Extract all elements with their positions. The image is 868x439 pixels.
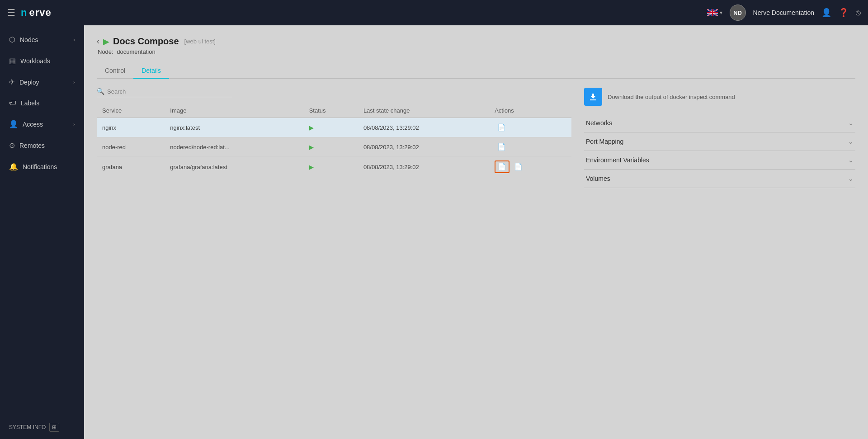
accordion-port-mapping: Port Mapping ⌄ — [584, 132, 855, 151]
cell-status: ▶ — [304, 137, 358, 157]
accordion-label-port-mapping: Port Mapping — [586, 138, 623, 145]
system-info-label: SYSTEM INFO — [9, 424, 46, 430]
actions-cell: 📄 — [495, 141, 566, 153]
notifications-icon: 🔔 — [9, 162, 18, 171]
sidebar-label-notifications: Notifications — [23, 163, 57, 170]
accordion-header-networks[interactable]: Networks ⌄ — [584, 114, 855, 132]
page-title: Docs Compose — [113, 36, 179, 47]
cell-image: nodered/node-red:lat... — [165, 137, 303, 157]
language-selector[interactable]: ▾ — [707, 9, 722, 16]
cell-image: grafana/grafana:latest — [165, 157, 303, 177]
labels-icon: 🏷 — [9, 99, 16, 107]
col-service: Service — [97, 104, 165, 118]
sidebar-bottom: SYSTEM INFO ⊞ — [0, 415, 84, 439]
sidebar: ⬡ Nodes › ▦ Workloads ✈ Deploy › 🏷 Label… — [0, 25, 84, 439]
back-button[interactable]: ‹ — [97, 37, 99, 46]
help-button[interactable]: ❓ — [839, 8, 849, 18]
app-logo: nerve — [21, 7, 52, 19]
hamburger-button[interactable]: ☰ — [7, 7, 15, 18]
cell-status: ▶ — [304, 157, 358, 177]
env-vars-chevron-icon: ⌄ — [848, 156, 854, 164]
user-name: Nerve Documentation — [753, 9, 814, 16]
sidebar-label-nodes: Nodes — [20, 36, 38, 43]
right-panel: Download the output of docker inspect co… — [584, 88, 855, 188]
status-running-icon: ▶ — [309, 164, 314, 170]
search-icon: 🔍 — [97, 88, 104, 95]
access-icon: 👤 — [9, 120, 18, 128]
cell-service: grafana — [97, 157, 165, 177]
sidebar-item-nodes[interactable]: ⬡ Nodes › — [0, 29, 84, 50]
workloads-icon: ▦ — [9, 57, 16, 65]
actions-cell: 📄📄 — [495, 160, 566, 173]
sidebar-label-workloads: Workloads — [20, 57, 50, 65]
sidebar-item-labels[interactable]: 🏷 Labels — [0, 93, 84, 113]
deploy-icon: ✈ — [9, 78, 15, 86]
cell-image: nginx:latest — [165, 118, 303, 137]
sidebar-item-workloads[interactable]: ▦ Workloads — [0, 50, 84, 71]
action-logs-button[interactable]: 📄 — [511, 161, 525, 173]
tab-details[interactable]: Details — [133, 63, 169, 79]
status-running-icon: ▶ — [309, 124, 314, 131]
profile-button[interactable]: 👤 — [821, 8, 831, 18]
accordion-env-vars: Environment Variables ⌄ — [584, 151, 855, 170]
sidebar-item-remotes[interactable]: ⊙ Remotes — [0, 135, 84, 156]
networks-chevron-icon: ⌄ — [848, 119, 854, 127]
sidebar-item-deploy[interactable]: ✈ Deploy › — [0, 71, 84, 93]
search-input[interactable] — [107, 88, 232, 95]
navbar-right: ▾ ND Nerve Documentation 👤 ❓ ⎋ — [707, 5, 861, 21]
table-row: node-rednodered/node-red:lat...▶08/08/20… — [97, 137, 571, 157]
cell-service: node-red — [97, 137, 165, 157]
sidebar-label-labels: Labels — [21, 99, 39, 107]
download-row: Download the output of docker inspect co… — [584, 88, 855, 106]
system-info-button[interactable]: ⊞ — [49, 423, 59, 432]
cell-actions: 📄 — [489, 118, 571, 137]
sidebar-label-access: Access — [23, 121, 43, 128]
accordion-label-env-vars: Environment Variables — [586, 156, 649, 164]
page-header: ‹ ▶ Docs Compose [web ui test] — [97, 36, 855, 47]
uk-flag-icon — [707, 9, 718, 16]
table-header: Service Image Status Last state change A… — [97, 104, 571, 118]
accordion-networks: Networks ⌄ — [584, 114, 855, 132]
table-body: nginxnginx:latest▶08/08/2023, 13:29:02📄n… — [97, 118, 571, 177]
table-row: nginxnginx:latest▶08/08/2023, 13:29:02📄 — [97, 118, 571, 137]
left-panel: 🔍 Service Image Status Last state change… — [97, 88, 571, 188]
col-status: Status — [304, 104, 358, 118]
cell-actions: 📄 — [489, 137, 571, 157]
download-docker-inspect-button[interactable] — [584, 88, 602, 106]
table-row: grafanagrafana/grafana:latest▶08/08/2023… — [97, 157, 571, 177]
node-info: Node: documentation — [98, 48, 855, 55]
action-logs-button[interactable]: 📄 — [495, 141, 509, 153]
sidebar-label-deploy: Deploy — [19, 79, 39, 86]
accordion: Networks ⌄ Port Mapping ⌄ Environment Va… — [584, 114, 855, 188]
workload-status-icon: ▶ — [103, 37, 109, 47]
status-running-icon: ▶ — [309, 144, 314, 151]
sidebar-item-access[interactable]: 👤 Access › — [0, 113, 84, 135]
navbar: ☰ nerve ▾ ND Nerve Documentation 👤 ❓ ⎋ — [0, 0, 868, 25]
page-subtitle: [web ui test] — [184, 38, 216, 45]
action-inspect-button[interactable]: 📄 — [495, 160, 509, 173]
download-label: Download the output of docker inspect co… — [608, 94, 735, 100]
services-table: Service Image Status Last state change A… — [97, 104, 571, 177]
cell-actions: 📄📄 — [489, 157, 571, 177]
sidebar-label-remotes: Remotes — [19, 142, 45, 149]
accordion-label-networks: Networks — [586, 119, 612, 127]
main-layout: ⬡ Nodes › ▦ Workloads ✈ Deploy › 🏷 Label… — [0, 25, 868, 439]
logout-button[interactable]: ⎋ — [856, 8, 861, 18]
sidebar-item-notifications[interactable]: 🔔 Notifications — [0, 156, 84, 177]
tab-control[interactable]: Control — [97, 63, 133, 79]
search-row: 🔍 — [97, 88, 571, 97]
accordion-volumes: Volumes ⌄ — [584, 170, 855, 188]
cell-last-change: 08/08/2023, 13:29:02 — [358, 157, 489, 177]
col-last-state: Last state change — [358, 104, 489, 118]
volumes-chevron-icon: ⌄ — [848, 175, 854, 182]
action-logs-button[interactable]: 📄 — [495, 122, 509, 133]
cell-service: nginx — [97, 118, 165, 137]
user-avatar: ND — [730, 5, 746, 21]
accordion-header-volumes[interactable]: Volumes ⌄ — [584, 170, 855, 188]
content-area: ‹ ▶ Docs Compose [web ui test] Node: doc… — [84, 25, 868, 439]
accordion-label-volumes: Volumes — [586, 175, 610, 182]
accordion-header-env-vars[interactable]: Environment Variables ⌄ — [584, 151, 855, 169]
actions-cell: 📄 — [495, 122, 566, 133]
accordion-header-port-mapping[interactable]: Port Mapping ⌄ — [584, 132, 855, 151]
lang-chevron: ▾ — [720, 9, 722, 16]
